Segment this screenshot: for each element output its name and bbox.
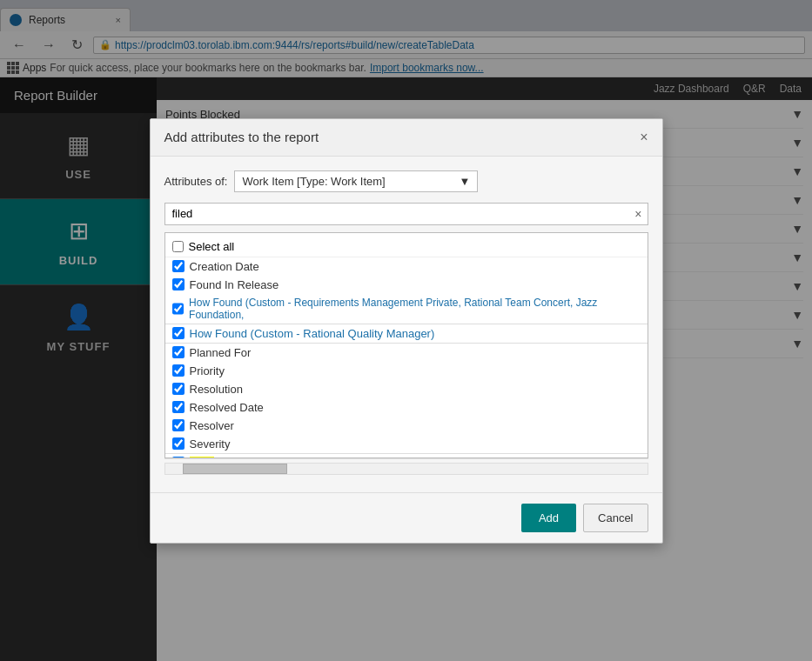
how-found-2-label: How Found (Custom - Rational Quality Man… [190, 327, 435, 340]
modal-close-button[interactable]: × [640, 130, 648, 145]
dropdown-arrow-icon: ▼ [460, 175, 471, 188]
select-all-label: Select all [189, 240, 235, 253]
found-in-release-checkbox[interactable] [172, 278, 185, 290]
resolution-checkbox[interactable] [172, 383, 185, 395]
check-item-priority[interactable]: Priority [165, 362, 648, 380]
check-item-severity[interactable]: Severity [165, 435, 648, 454]
modal-title: Add attributes to the report [164, 130, 319, 144]
add-attributes-modal: Add attributes to the report × Attribute… [150, 118, 663, 544]
horizontal-scrollbar[interactable] [164, 458, 648, 478]
priority-label: Priority [190, 364, 225, 377]
resolver-checkbox[interactable] [172, 419, 185, 431]
planned-for-checkbox[interactable] [172, 346, 185, 358]
check-item-how-found-2[interactable]: How Found (Custom - Rational Quality Man… [165, 324, 648, 344]
modal-footer: Add Cancel [151, 492, 662, 543]
search-clear-button[interactable]: × [633, 205, 643, 223]
modal-overlay: Add attributes to the report × Attribute… [0, 0, 812, 661]
check-item-resolved-date[interactable]: Resolved Date [165, 398, 648, 417]
how-found-1-label: How Found (Custom - Requirements Managem… [189, 297, 640, 321]
found-in-release-label: Found In Release [190, 278, 279, 291]
severity-checkbox[interactable] [172, 437, 185, 450]
search-input[interactable] [169, 205, 634, 222]
resolution-label: Resolution [190, 383, 243, 396]
select-all-row: Select all [165, 237, 648, 257]
cancel-button[interactable]: Cancel [583, 504, 648, 532]
check-item-resolver[interactable]: Resolver [165, 417, 648, 435]
check-item-creation-date[interactable]: Creation Date [165, 257, 648, 276]
check-item-how-found-1[interactable]: How Found (Custom - Requirements Managem… [165, 294, 648, 324]
modal-header: Add attributes to the report × [151, 119, 662, 157]
modal-body: Attributes of: Work Item [Type: Work Ite… [151, 157, 662, 492]
creation-date-checkbox[interactable] [172, 260, 185, 272]
check-item-found-in-release[interactable]: Found In Release [165, 276, 648, 294]
how-found-2-checkbox[interactable] [172, 327, 185, 339]
select-all-checkbox[interactable] [172, 241, 184, 252]
attributes-of-value: Work Item [Type: Work Item] [242, 175, 385, 188]
check-item-planned-for[interactable]: Planned For [165, 344, 648, 362]
resolved-date-label: Resolved Date [190, 401, 264, 414]
attributes-of-row: Attributes of: Work Item [Type: Work Ite… [164, 170, 648, 192]
resolved-date-checkbox[interactable] [172, 401, 185, 413]
planned-for-label: Planned For [190, 346, 252, 359]
how-found-1-checkbox[interactable] [172, 303, 185, 315]
checkbox-list: Select all Creation Date Found In Releas… [164, 232, 648, 458]
check-item-resolution[interactable]: Resolution [165, 380, 648, 398]
creation-date-label: Creation Date [190, 260, 259, 273]
h-scroll-track[interactable] [164, 463, 648, 475]
checkbox-list-inner: Select all Creation Date Found In Releas… [165, 233, 648, 458]
resolver-label: Resolver [190, 419, 234, 432]
add-button[interactable]: Add [521, 504, 576, 532]
h-scroll-thumb[interactable] [183, 464, 287, 474]
priority-checkbox[interactable] [172, 364, 185, 377]
attributes-of-label: Attributes of: [164, 175, 228, 188]
attributes-of-select[interactable]: Work Item [Type: Work Item] ▼ [234, 170, 478, 192]
severity-label: Severity [190, 437, 231, 451]
search-row: × [164, 203, 648, 225]
